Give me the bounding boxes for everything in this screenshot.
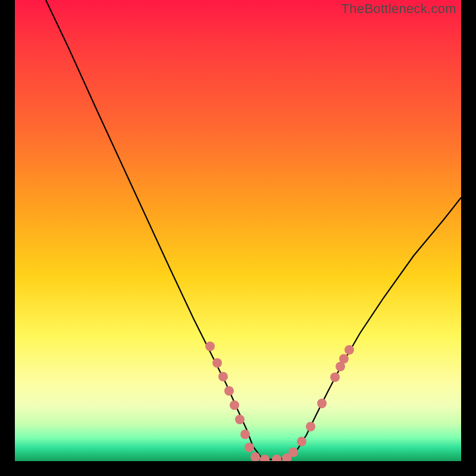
chart-overlay bbox=[15, 0, 461, 461]
highlight-dot bbox=[218, 372, 228, 381]
highlight-dot bbox=[272, 455, 281, 461]
highlight-dot bbox=[230, 400, 239, 410]
highlight-dots-group bbox=[205, 342, 354, 461]
highlight-dot bbox=[235, 415, 245, 424]
highlight-dot bbox=[224, 386, 234, 396]
highlight-dot bbox=[245, 443, 254, 452]
bottleneck-curve bbox=[46, 0, 461, 459]
chart-frame: TheBottleneck.com bbox=[15, 0, 461, 461]
highlight-dot bbox=[205, 342, 215, 351]
highlight-dot bbox=[317, 399, 327, 408]
highlight-dot bbox=[260, 455, 270, 461]
highlight-dot bbox=[330, 372, 340, 382]
highlight-dot bbox=[212, 358, 222, 368]
highlight-dot bbox=[339, 354, 349, 364]
highlight-dot bbox=[289, 447, 298, 457]
highlight-dot bbox=[306, 422, 315, 431]
highlight-dot bbox=[240, 430, 250, 439]
highlight-dot bbox=[345, 345, 354, 355]
highlight-dot bbox=[297, 437, 306, 446]
